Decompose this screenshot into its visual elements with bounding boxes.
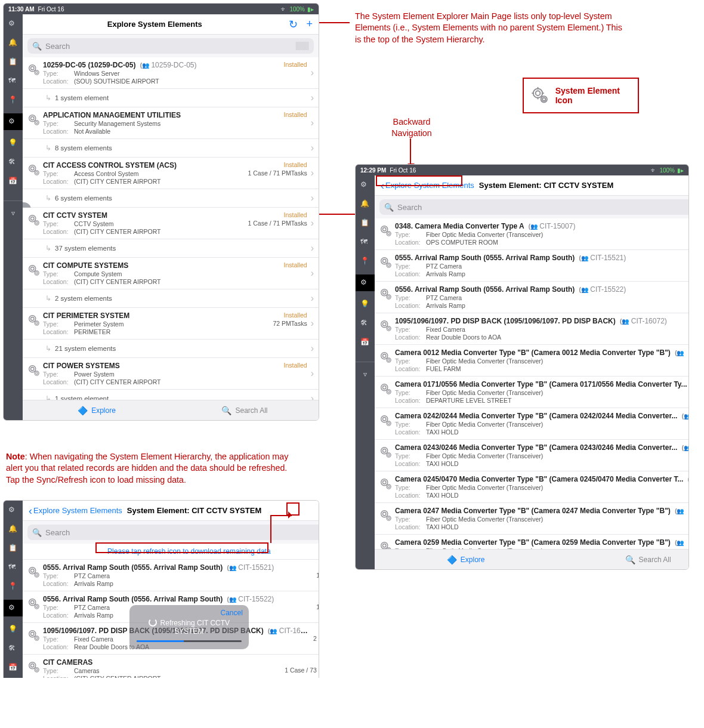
pin-icon[interactable]: 📍	[7, 94, 19, 106]
clipboard-icon[interactable]: 📋	[7, 56, 19, 68]
item-location: Rear Double Doors to AOA	[426, 334, 689, 341]
highlight-refresh-banner	[95, 542, 268, 553]
item-location: FUEL FARM	[426, 365, 689, 372]
search-icon: 🔍	[221, 406, 231, 415]
funnel-icon[interactable]: ▿	[359, 368, 371, 380]
gear-icon[interactable]: ⚙	[359, 179, 371, 191]
list-item[interactable]: 0555. Arrival Ramp South (0555. Arrival …	[23, 560, 319, 591]
list-item[interactable]: Camera 0259 Media Converter Type "B" (Ca…	[375, 535, 689, 549]
annotation-back-nav: Backward Navigation	[379, 116, 444, 140]
list-item[interactable]: Camera 0242/0244 Media Converter Type "B…	[375, 408, 689, 440]
calendar-icon[interactable]: 📅	[7, 175, 19, 187]
item-type: Fiber Optic Media Converter (Transceiver…	[426, 547, 689, 549]
item-location: OPS COMPUTER ROOM	[426, 239, 689, 246]
child-elements-row[interactable]: ↳ 21 system elements ›	[23, 340, 319, 358]
search-all-button[interactable]: 🔍Search All	[171, 406, 319, 415]
list-item[interactable]: Camera 0245/0470 Media Converter Type "B…	[375, 471, 689, 503]
search-bar[interactable]: 🔍 Search	[379, 199, 689, 215]
list-item[interactable]: 0556. Arrival Ramp South (0556. Arrival …	[375, 282, 689, 313]
list-item[interactable]: Camera 0171/0556 Media Converter Type "B…	[375, 377, 689, 408]
legend-label: System Element Icon	[555, 86, 627, 105]
child-count: 8 system elements	[55, 144, 112, 152]
calendar-icon[interactable]: 📅	[359, 337, 371, 348]
list-item[interactable]: 0348. Camera Media Converter Type A (👥 C…	[375, 218, 689, 250]
search-bar[interactable]: 🔍 Search	[27, 38, 314, 54]
child-elements-row[interactable]: ↳ 6 system elements ›	[23, 189, 319, 208]
label-location: Location:	[395, 365, 426, 372]
map-icon[interactable]: 🗺	[359, 236, 371, 248]
label-type: Type:	[43, 371, 74, 378]
clipboard-icon[interactable]: 📋	[359, 217, 371, 229]
list-item[interactable]: 0555. Arrival Ramp South (0555. Arrival …	[375, 250, 689, 282]
item-location: TAXI HOLD	[426, 460, 689, 467]
gear-icon[interactable]: ⚙	[7, 18, 19, 30]
chevron-right-icon: ›	[311, 118, 314, 128]
group-icon: (👥	[579, 255, 588, 261]
bulb-icon[interactable]: 💡	[7, 137, 19, 149]
pin-icon[interactable]: 📍	[7, 581, 19, 593]
label-type: Type:	[395, 389, 426, 396]
list-item[interactable]: CIT CAMERAS Type:Cameras Location:(CIT) …	[23, 655, 319, 678]
child-elements-row[interactable]: ↳ 2 system elements ›	[23, 289, 319, 308]
map-icon[interactable]: 🗺	[7, 75, 19, 87]
child-elements-row[interactable]: ↳ 37 system elements ›	[23, 239, 319, 258]
search-bar[interactable]: 🔍 Search	[27, 525, 319, 540]
list-item[interactable]: 10259-DC-05 (10259-DC-05) (👥 10259-DC-05…	[23, 57, 319, 89]
status-date: Fri Oct 16	[390, 167, 416, 174]
list-item[interactable]: APPLICATION MANAGEMENT UTILITIES Type:Se…	[23, 107, 319, 139]
child-elements-row[interactable]: ↳ 8 system elements ›	[23, 139, 319, 158]
list-item[interactable]: Camera 0012 Media Converter Type "B" (Ca…	[375, 345, 689, 377]
hook-icon: ↳	[45, 144, 51, 152]
add-icon[interactable]: +	[306, 18, 313, 30]
cancel-button[interactable]: Cancel	[221, 609, 243, 617]
system-element-list: 10259-DC-05 (10259-DC-05) (👥 10259-DC-05…	[23, 57, 319, 400]
list-item[interactable]: CIT COMPUTE SYSTEMS Type:Compute System …	[23, 258, 319, 289]
child-elements-row[interactable]: ↳ 1 system element ›	[23, 89, 319, 107]
back-button[interactable]: ‹Explore System Elements	[29, 505, 122, 516]
clipboard-icon[interactable]: 📋	[7, 542, 19, 554]
chevron-right-icon: ›	[311, 293, 314, 304]
tools-icon[interactable]: 🛠	[7, 643, 19, 655]
calendar-icon[interactable]: 📅	[7, 662, 19, 674]
child-elements-row[interactable]: ↳ 1 system element ›	[23, 390, 319, 400]
bell-icon[interactable]: 🔔	[359, 198, 371, 210]
wifi-icon: ᯤ	[281, 6, 287, 13]
loading-overlay: Cancel Refreshing CIT CCTV SYSTEM	[129, 605, 249, 649]
gears-icon[interactable]: ⚙	[356, 274, 375, 291]
search-all-button[interactable]: 🔍Search All	[557, 555, 689, 564]
item-location: (CIT) CITY CENTER AIRPORT	[74, 378, 280, 385]
list-item[interactable]: Camera 0243/0246 Media Converter Type "B…	[375, 440, 689, 471]
barcode-icon[interactable]	[296, 42, 309, 50]
map-icon[interactable]: 🗺	[7, 562, 19, 573]
list-item[interactable]: Camera 0247 Media Converter Type "B" (Ca…	[375, 503, 689, 535]
bulb-icon[interactable]: 💡	[7, 624, 19, 636]
item-title: 0555. Arrival Ramp South (0555. Arrival …	[395, 254, 689, 262]
tools-icon[interactable]: 🛠	[7, 156, 19, 168]
item-title: Camera 0245/0470 Media Converter Type "B…	[395, 475, 689, 483]
tools-icon[interactable]: 🛠	[359, 317, 371, 329]
gears-icon[interactable]: ⚙	[4, 600, 23, 616]
gears-icon	[25, 111, 43, 127]
list-item[interactable]: CIT CCTV SYSTEM Type:CCTV System Locatio…	[23, 208, 319, 239]
explore-button[interactable]: 🔷Explore	[375, 555, 557, 564]
bell-icon[interactable]: 🔔	[7, 523, 19, 535]
list-item[interactable]: CIT POWER SYSTEMS Type:Power System Loca…	[23, 358, 319, 390]
funnel-icon[interactable]: ▿	[7, 207, 19, 219]
bell-icon[interactable]: 🔔	[7, 37, 19, 49]
list-item[interactable]: CIT PERIMETER SYSTEM Type:Perimeter Syst…	[23, 308, 319, 340]
gears-icon[interactable]: ⚙	[4, 113, 23, 130]
bulb-icon[interactable]: 💡	[359, 298, 371, 310]
list-item[interactable]: 1095/1096/1097. PD DISP BACK (1095/1096/…	[375, 313, 689, 345]
group-icon: (👥	[688, 476, 689, 483]
explore-button[interactable]: 🔷Explore	[23, 406, 171, 415]
annotation-main-page: The System Element Explorer Main Page li…	[355, 11, 623, 45]
label-location: Location:	[395, 428, 426, 436]
list-item[interactable]: CIT ACCESS CONTROL SYSTEM (ACS) Type:Acc…	[23, 158, 319, 189]
gear-icon[interactable]: ⚙	[7, 504, 19, 516]
pin-icon[interactable]: 📍	[359, 255, 371, 267]
refresh-icon[interactable]: ↻	[289, 18, 298, 31]
hierarchy-icon: 🔷	[447, 555, 457, 564]
chevron-right-icon: ›	[311, 218, 314, 229]
label-location: Location:	[395, 302, 426, 309]
item-title: 1095/1096/1097. PD DISP BACK (1095/1096/…	[395, 317, 689, 325]
